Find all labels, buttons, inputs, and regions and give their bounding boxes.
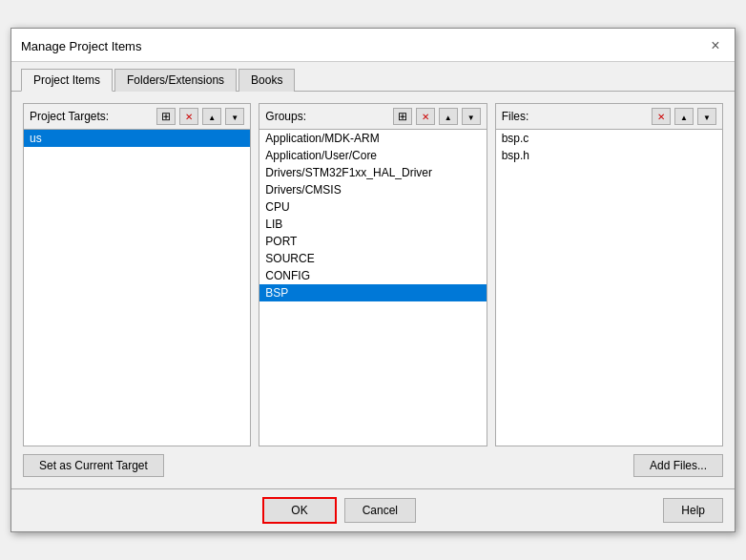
list-item[interactable]: BSP [259,284,486,301]
manage-project-dialog: Manage Project Items × Project Items Fol… [10,28,736,532]
groups-list[interactable]: Application/MDK-ARMApplication/User/Core… [259,130,486,446]
files-header: Files: [496,104,722,130]
list-item[interactable]: us [24,130,250,147]
list-item[interactable]: LIB [259,216,486,233]
arrow-up-icon [680,112,688,122]
new-grid-icon [161,110,171,123]
project-targets-delete-button[interactable] [179,108,198,125]
list-item[interactable]: CPU [259,198,486,216]
list-item[interactable]: Application/User/Core [259,147,486,164]
files-delete-button[interactable] [652,108,671,125]
ok-button[interactable]: OK [262,497,336,524]
add-files-button[interactable]: Add Files... [633,454,723,477]
files-down-button[interactable] [697,108,716,125]
dialog-title: Manage Project Items [21,39,141,53]
groups-delete-button[interactable] [416,108,435,125]
arrow-down-icon [467,112,475,122]
files-list[interactable]: bsp.cbsp.h [496,130,722,446]
tab-folders-extensions[interactable]: Folders/Extensions [114,69,237,92]
arrow-down-icon [231,112,238,122]
list-item[interactable]: bsp.h [496,147,722,164]
project-targets-down-button[interactable] [225,108,244,125]
project-targets-list[interactable]: us [24,130,250,446]
list-item[interactable]: CONFIG [259,267,486,284]
project-targets-header: Project Targets: [24,104,250,130]
files-up-button[interactable] [674,108,694,125]
tab-bar: Project Items Folders/Extensions Books [11,62,735,92]
files-panel: Files: bsp.cbsp.h [495,103,723,446]
list-item[interactable]: SOURCE [259,250,486,267]
groups-up-button[interactable] [439,108,458,125]
project-targets-label: Project Targets: [30,110,153,123]
panels-container: Project Targets: us Groups: [23,103,723,446]
arrow-up-icon [445,112,452,122]
list-item[interactable]: bsp.c [496,130,722,147]
delete-icon [657,112,665,122]
cancel-button[interactable]: Cancel [344,498,416,523]
footer: OK Cancel Help [11,488,735,531]
title-bar: Manage Project Items × [11,29,735,62]
bottom-row: Set as Current Target Add Files... [23,454,723,477]
list-item[interactable]: Drivers/CMSIS [259,181,486,198]
groups-down-button[interactable] [462,108,481,125]
groups-panel: Groups: Application/MDK-ARMApplication/U… [259,103,487,446]
project-targets-up-button[interactable] [202,108,221,125]
list-item[interactable]: Application/MDK-ARM [259,130,486,147]
main-content: Project Targets: us Groups: [11,92,735,488]
project-targets-panel: Project Targets: us [23,103,251,446]
new-grid-icon [398,110,407,123]
help-button[interactable]: Help [663,498,723,523]
arrow-up-icon [208,112,216,122]
tab-project-items[interactable]: Project Items [21,69,113,92]
arrow-down-icon [703,112,711,122]
close-button[interactable]: × [706,36,725,55]
set-current-target-button[interactable]: Set as Current Target [23,454,164,477]
delete-icon [185,112,193,122]
groups-new-button[interactable] [393,108,412,125]
files-label: Files: [502,110,648,123]
tab-books[interactable]: Books [238,69,295,92]
list-item[interactable]: PORT [259,233,486,250]
groups-label: Groups: [265,110,388,123]
groups-header: Groups: [259,104,486,130]
delete-icon [422,112,429,122]
list-item[interactable]: Drivers/STM32F1xx_HAL_Driver [259,164,486,181]
project-targets-new-button[interactable] [156,108,176,125]
